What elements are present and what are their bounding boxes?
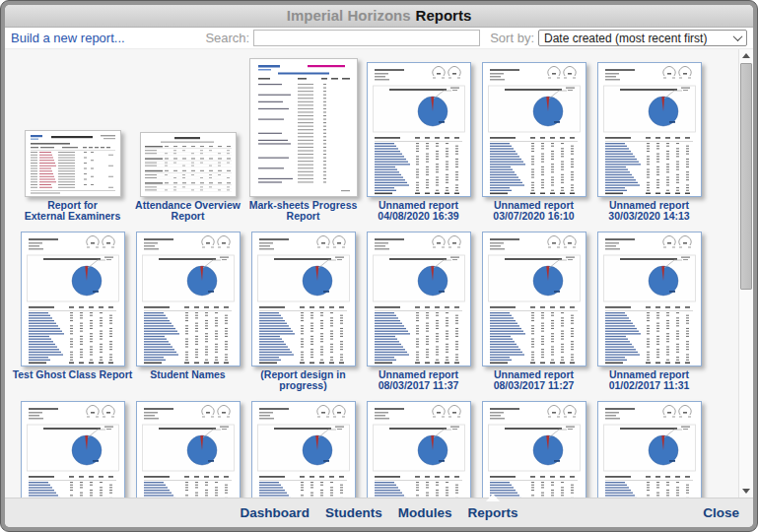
report-card[interactable] bbox=[476, 401, 591, 498]
report-name: Unnamed report04/08/2020 16:39 bbox=[378, 200, 458, 222]
report-card[interactable]: Unnamed report08/03/2017 11:37 bbox=[361, 232, 476, 401]
report-name: Unnamed report08/03/2017 11:27 bbox=[494, 369, 575, 391]
report-card[interactable]: Unnamed report03/07/2020 16:10 bbox=[476, 62, 591, 232]
arrow-down-icon bbox=[742, 489, 750, 494]
report-card[interactable]: Mark-sheets ProgressReport bbox=[245, 62, 361, 232]
report-card[interactable]: Unnamed report01/02/2017 11:31 bbox=[591, 232, 707, 401]
report-card[interactable]: Report forExternal Examiners bbox=[15, 62, 130, 232]
report-card[interactable] bbox=[15, 401, 130, 498]
report-card[interactable]: Student Names bbox=[130, 232, 245, 401]
sort-selected-value: Date created (most recent first) bbox=[544, 32, 707, 45]
report-name: Mark-sheets ProgressReport bbox=[249, 200, 358, 222]
chevron-down-icon bbox=[733, 32, 743, 41]
report-thumbnail bbox=[249, 62, 358, 197]
report-thumbnail bbox=[482, 62, 586, 197]
scrollbar-thumb[interactable] bbox=[740, 63, 752, 290]
report-name: Report forExternal Examiners bbox=[25, 200, 120, 222]
report-thumbnail bbox=[367, 62, 471, 197]
report-name: Test Ghost Class Report bbox=[13, 369, 133, 380]
report-name: (Report design inprogress) bbox=[260, 369, 345, 391]
report-thumbnail bbox=[482, 232, 586, 366]
report-thumbnail bbox=[597, 232, 702, 366]
report-thumbnail bbox=[597, 62, 702, 197]
arrow-up-icon bbox=[742, 53, 750, 58]
tab-students[interactable]: Students bbox=[325, 505, 382, 520]
report-thumbnail bbox=[597, 401, 702, 498]
report-card[interactable]: (Report design inprogress) bbox=[245, 232, 361, 401]
report-thumbnail bbox=[367, 401, 471, 498]
vertical-scrollbar[interactable] bbox=[738, 49, 753, 498]
scroll-up-button[interactable] bbox=[739, 49, 753, 62]
page-title: Reports bbox=[416, 7, 472, 24]
report-thumbnail bbox=[136, 232, 241, 366]
reports-grid: Report forExternal ExaminersAttendance O… bbox=[15, 62, 707, 498]
report-thumbnail bbox=[251, 232, 356, 366]
tab-dashboard[interactable]: Dashboard bbox=[240, 505, 310, 520]
report-card[interactable]: Attendance OverviewReport bbox=[130, 62, 245, 232]
report-thumbnail bbox=[251, 401, 356, 498]
report-card[interactable] bbox=[361, 401, 476, 498]
tab-reports[interactable]: Reports bbox=[468, 505, 518, 520]
report-thumbnail bbox=[25, 62, 121, 197]
report-card[interactable] bbox=[245, 401, 361, 498]
sort-by-label: Sort by: bbox=[490, 31, 534, 45]
build-new-report-link[interactable]: Build a new report... bbox=[11, 31, 125, 45]
report-card[interactable] bbox=[591, 401, 707, 498]
footer-bar: DashboardStudentsModulesReports Close bbox=[5, 498, 753, 527]
report-name: Unnamed report01/02/2017 11:31 bbox=[609, 369, 690, 391]
report-card[interactable]: Unnamed report04/08/2020 16:39 bbox=[361, 62, 476, 232]
report-name: Unnamed report08/03/2017 11:37 bbox=[379, 369, 459, 391]
report-thumbnail bbox=[21, 232, 125, 366]
reports-scroll-area: Report forExternal ExaminersAttendance O… bbox=[5, 49, 753, 498]
nav-tabs: DashboardStudentsModulesReports bbox=[240, 505, 517, 520]
search-input[interactable] bbox=[253, 30, 480, 46]
report-name: Student Names bbox=[150, 369, 225, 380]
report-card[interactable] bbox=[130, 401, 245, 498]
report-thumbnail bbox=[482, 401, 586, 498]
report-name: Unnamed report03/07/2020 16:10 bbox=[493, 200, 574, 222]
report-card[interactable]: Test Ghost Class Report bbox=[15, 232, 130, 401]
report-thumbnail bbox=[136, 401, 241, 498]
report-card[interactable]: Unnamed report08/03/2017 11:27 bbox=[476, 232, 591, 401]
search-label: Search: bbox=[205, 31, 249, 45]
report-thumbnail bbox=[140, 62, 237, 197]
report-name: Attendance OverviewReport bbox=[135, 200, 241, 222]
report-card[interactable]: Unnamed report30/03/2020 14:13 bbox=[591, 62, 707, 232]
scroll-down-button[interactable] bbox=[739, 485, 753, 498]
reports-panel: Imperial HorizonsReports Build a new rep… bbox=[5, 5, 753, 527]
report-thumbnail bbox=[21, 401, 125, 498]
tab-modules[interactable]: Modules bbox=[398, 505, 452, 520]
title-bar: Imperial HorizonsReports bbox=[5, 5, 753, 28]
report-name: Unnamed report30/03/2020 14:13 bbox=[608, 200, 689, 222]
report-thumbnail bbox=[367, 232, 471, 366]
close-button[interactable]: Close bbox=[703, 505, 739, 520]
toolbar: Build a new report... Search: Sort by: D… bbox=[5, 28, 753, 49]
reports-window: Imperial HorizonsReports Build a new rep… bbox=[0, 0, 758, 532]
app-title: Imperial Horizons bbox=[287, 7, 411, 24]
sort-select[interactable]: Date created (most recent first) bbox=[538, 30, 747, 46]
